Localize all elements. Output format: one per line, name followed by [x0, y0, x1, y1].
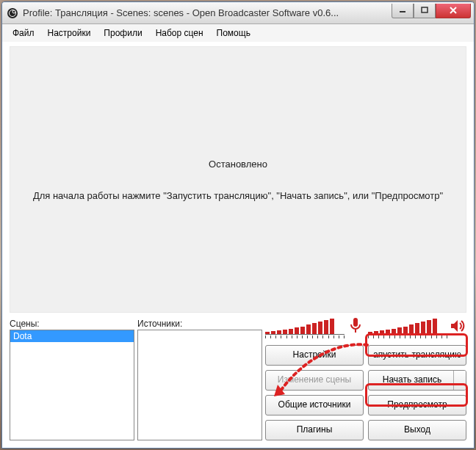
speaker-meter[interactable] — [368, 314, 466, 335]
mic-meter[interactable] — [265, 314, 364, 335]
exit-button[interactable]: Выход — [368, 420, 466, 440]
preview-status-text: Остановлено — [209, 159, 267, 170]
global-sources-button[interactable]: Общие источники — [265, 395, 364, 415]
audio-meters — [265, 314, 466, 335]
scenes-label: Сцены: — [10, 319, 134, 329]
speaker-icon[interactable] — [450, 319, 466, 333]
close-button[interactable] — [436, 4, 471, 18]
maximize-button[interactable] — [414, 4, 436, 18]
preview-button[interactable]: Предпросмотр — [368, 395, 466, 415]
start-record-button[interactable]: Начать запись▼ — [368, 370, 466, 391]
svg-rect-4 — [422, 7, 428, 12]
svg-rect-5 — [353, 318, 358, 327]
settings-button[interactable]: Настройки — [265, 345, 364, 366]
menu-scene-collection[interactable]: Набор сцен — [150, 26, 209, 40]
svg-point-2 — [12, 10, 15, 13]
window-title: Profile: Трансляция - Scenes: scenes - O… — [23, 7, 392, 18]
start-stream-button[interactable]: апустить трансляцию — [368, 345, 466, 366]
titlebar[interactable]: Profile: Трансляция - Scenes: scenes - O… — [2, 2, 474, 24]
sources-column: Источники: — [137, 319, 262, 440]
minimize-button[interactable] — [392, 4, 414, 18]
sources-label: Источники: — [137, 319, 262, 329]
preview-area: Остановлено Для начала работы нажмите "З… — [10, 46, 466, 313]
scenes-listbox[interactable]: Dota — [10, 330, 134, 440]
edit-scene-button[interactable]: Изменение сцены — [265, 370, 364, 391]
menu-file[interactable]: Файл — [7, 26, 40, 40]
start-record-label: Начать запись — [383, 374, 441, 385]
plugins-button[interactable]: Плагины — [265, 420, 364, 440]
preview-hint-text: Для начала работы нажмите "Запустить тра… — [33, 190, 443, 201]
sources-listbox[interactable] — [137, 330, 262, 440]
menubar: Файл Настройки Профили Набор сцен Помощь — [2, 24, 474, 42]
menu-help[interactable]: Помощь — [211, 26, 256, 40]
app-window: Profile: Трансляция - Scenes: scenes - O… — [1, 1, 475, 449]
mic-icon[interactable] — [347, 317, 364, 333]
window-controls — [392, 4, 471, 18]
app-icon — [7, 7, 18, 19]
controls-column: Настройки апустить трансляцию Изменение … — [265, 319, 466, 440]
bottom-panel: Сцены: Dota Источники: — [2, 316, 474, 448]
menu-settings[interactable]: Настройки — [42, 26, 97, 40]
scenes-column: Сцены: Dota — [10, 319, 134, 440]
menu-profiles[interactable]: Профили — [98, 26, 148, 40]
list-item[interactable]: Dota — [10, 330, 134, 342]
button-grid: Настройки апустить трансляцию Изменение … — [265, 345, 466, 440]
chevron-down-icon[interactable]: ▼ — [456, 372, 463, 391]
